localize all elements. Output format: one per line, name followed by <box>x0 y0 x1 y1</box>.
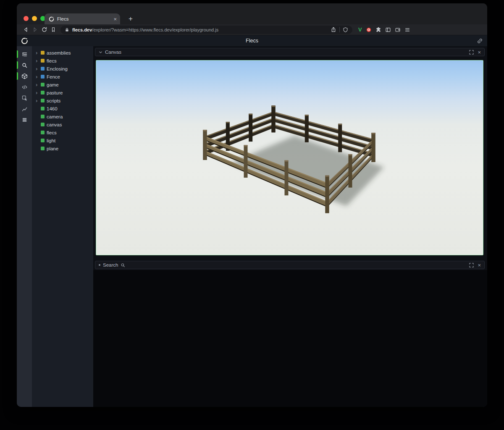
close-icon[interactable]: × <box>478 262 481 268</box>
flecs-favicon-icon <box>49 16 54 22</box>
tree-item[interactable]: › assemblies <box>32 49 93 57</box>
share-icon[interactable] <box>331 26 336 33</box>
panel-marker-icon[interactable] <box>99 264 100 266</box>
entity-label: plane <box>47 146 58 151</box>
entity-label: canvas <box>47 122 62 127</box>
entity-color-swatch <box>41 83 45 87</box>
canvas-3d-viewport[interactable] <box>96 60 483 255</box>
search-panel-header[interactable]: Search × <box>95 261 485 269</box>
app-title: Flecs <box>17 38 487 44</box>
tree-item[interactable]: › camera <box>32 113 93 121</box>
forward-button[interactable] <box>30 26 39 33</box>
tree-item[interactable]: › Enclosing <box>32 65 93 73</box>
entity-label: pasture <box>47 90 63 95</box>
browser-window: Flecs × + flecs <box>17 3 487 407</box>
tree-item[interactable]: › flecs <box>32 128 93 136</box>
expand-arrow-icon[interactable]: › <box>36 74 39 80</box>
expand-icon[interactable] <box>469 263 474 267</box>
entity-color-swatch <box>41 75 45 79</box>
traffic-lights <box>24 16 45 21</box>
entity-label: 1460 <box>47 106 58 111</box>
expand-arrow-icon[interactable]: › <box>36 82 39 88</box>
memory-icon[interactable] <box>17 114 32 125</box>
fence-scene <box>96 60 483 255</box>
entity-label: flecs <box>47 130 57 135</box>
entity-color-swatch <box>41 123 45 126</box>
tab-strip: Flecs × + <box>17 3 487 24</box>
tree-item[interactable]: › flecs <box>32 57 93 65</box>
share-link-icon[interactable] <box>477 38 483 44</box>
new-tab-button[interactable]: + <box>125 13 136 24</box>
close-window-button[interactable] <box>24 16 29 21</box>
magnifier-icon <box>121 263 125 267</box>
tree-item[interactable]: › Fence <box>32 73 93 81</box>
tree-item[interactable]: › light <box>32 136 93 144</box>
url-path: /explorer/?wasm=https://www.flecs.dev/ex… <box>92 27 218 32</box>
browser-tab[interactable]: Flecs × <box>45 13 120 24</box>
expand-arrow-icon[interactable]: › <box>36 90 39 96</box>
entity-color-swatch <box>41 107 45 110</box>
canvas-viewport-wrapper <box>96 60 483 255</box>
expand-arrow-icon[interactable]: › <box>36 66 39 72</box>
tree-item[interactable]: › pasture <box>32 89 93 97</box>
entity-color-swatch <box>41 115 45 118</box>
tree-item[interactable]: › game <box>32 81 93 89</box>
bookmark-icon[interactable] <box>49 26 58 33</box>
search-panel-content <box>93 270 487 407</box>
tab-close-icon[interactable]: × <box>113 16 117 22</box>
reload-button[interactable] <box>39 26 49 33</box>
expand-arrow-icon[interactable]: › <box>36 50 39 56</box>
canvas-panel-header[interactable]: Canvas × <box>95 48 485 56</box>
stats-icon[interactable] <box>17 103 32 114</box>
inspector-icon[interactable] <box>17 92 32 103</box>
browser-toolbar: flecs.dev/explorer/?wasm=https://www.fle… <box>17 24 487 35</box>
red-extension-icon[interactable] <box>366 27 372 33</box>
entity-label: light <box>47 138 55 143</box>
expand-arrow-icon[interactable]: › <box>36 58 39 64</box>
entity-color-swatch <box>41 131 45 134</box>
back-button[interactable] <box>21 26 30 33</box>
v-extension-icon[interactable]: V <box>358 27 362 32</box>
url-bar[interactable]: flecs.dev/explorer/?wasm=https://www.fle… <box>60 26 352 34</box>
expand-icon[interactable] <box>469 50 474 55</box>
entity-color-swatch <box>41 59 45 63</box>
tree-item[interactable]: › plane <box>32 144 93 152</box>
cube-icon[interactable] <box>17 71 32 81</box>
tree-item[interactable]: › 1460 <box>32 105 93 113</box>
menu-icon[interactable] <box>404 27 410 33</box>
url-domain: flecs.dev <box>72 27 92 32</box>
tree-icon[interactable] <box>17 49 32 60</box>
entity-color-swatch <box>41 99 45 102</box>
tree-item[interactable]: › scripts <box>32 97 93 105</box>
entity-color-swatch <box>41 147 45 150</box>
desktop: Flecs × + flecs <box>0 0 504 430</box>
search-icon[interactable] <box>17 60 32 71</box>
entity-label: assemblies <box>47 50 71 55</box>
minimize-window-button[interactable] <box>32 16 37 21</box>
entity-label: Enclosing <box>47 66 68 71</box>
entity-label: scripts <box>47 98 60 103</box>
entity-color-swatch <box>41 67 45 71</box>
divider <box>339 27 340 32</box>
entity-color-swatch <box>41 139 45 142</box>
extension-row: V <box>358 27 410 33</box>
main-panel-area: Canvas × <box>93 46 487 407</box>
search-panel-title: Search <box>103 262 118 267</box>
code-icon[interactable] <box>17 81 32 92</box>
lock-icon <box>65 27 69 32</box>
tree-item[interactable]: › canvas <box>32 121 93 128</box>
entity-label: Fence <box>47 74 60 79</box>
chevron-down-icon[interactable] <box>99 50 102 54</box>
flecs-explorer-app: Flecs <box>17 35 487 407</box>
panel-icon-strip <box>17 46 32 407</box>
extensions-puzzle-icon[interactable] <box>375 27 381 33</box>
tab-title: Flecs <box>57 16 110 21</box>
canvas-panel-title: Canvas <box>105 50 121 55</box>
close-icon[interactable]: × <box>478 50 481 55</box>
entity-color-swatch <box>41 91 45 94</box>
expand-arrow-icon[interactable]: › <box>36 98 39 104</box>
wallet-icon[interactable] <box>395 27 401 33</box>
shield-icon[interactable] <box>343 27 348 33</box>
entity-label: game <box>47 82 59 87</box>
side-panel-icon[interactable] <box>385 27 391 33</box>
